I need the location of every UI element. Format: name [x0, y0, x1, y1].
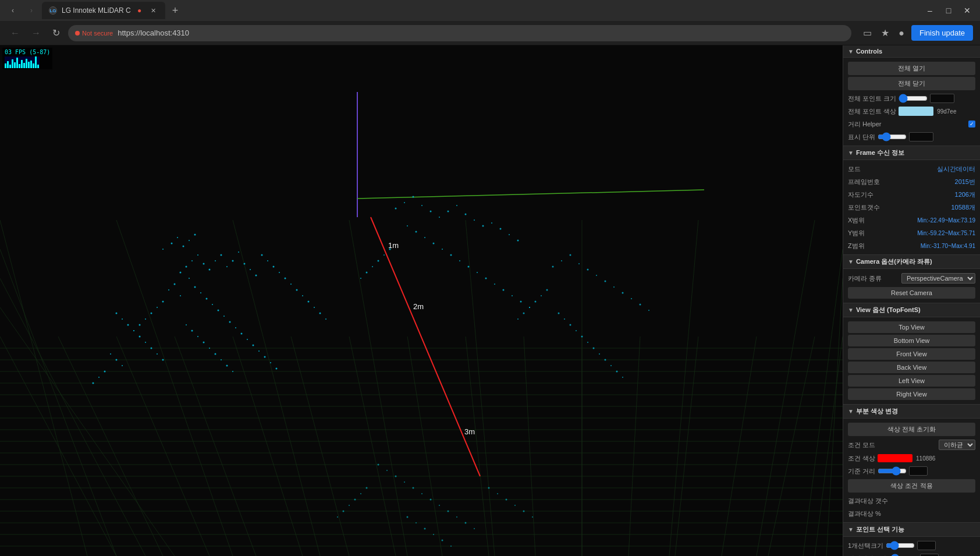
display-unit-slider[interactable]: [878, 132, 907, 141]
back-page-btn[interactable]: ‹: [5, 2, 21, 19]
forward-button[interactable]: →: [28, 26, 44, 41]
base-dist-slider[interactable]: [878, 466, 907, 476]
scan-count-value: 1206개: [955, 190, 975, 199]
security-indicator: Not secure: [75, 30, 113, 37]
svg-point-99: [279, 272, 280, 273]
cond-color-value: 110886: [916, 455, 935, 462]
svg-point-119: [122, 365, 123, 366]
point-size-slider[interactable]: [899, 94, 928, 103]
svg-line-34: [815, 337, 843, 556]
svg-point-142: [482, 225, 484, 227]
active-tab[interactable]: LG LG Innotek MLiDAR C ● ✕: [42, 2, 165, 19]
bookmark-icon[interactable]: ★: [879, 25, 892, 41]
close-button[interactable]: ✕: [959, 2, 975, 19]
svg-point-226: [523, 511, 525, 512]
address-bar-input[interactable]: Not secure https://localhost:4310: [68, 25, 851, 41]
color-change-section-header[interactable]: ▼ 부분 색상 변경: [843, 405, 980, 419]
profile-icon[interactable]: ●: [896, 26, 907, 41]
open-all-button[interactable]: 전체 열기: [848, 62, 975, 75]
svg-point-135: [421, 205, 422, 206]
frame-info-section-header[interactable]: ▼ Frame 수신 정보: [843, 146, 980, 160]
tab-bar: ‹ › LG LG Innotek MLiDAR C ● ✕ + – □ ✕: [0, 0, 980, 21]
svg-point-172: [587, 269, 589, 271]
left-view-button[interactable]: Left View: [848, 375, 975, 387]
svg-point-193: [599, 353, 600, 355]
svg-point-154: [468, 266, 470, 268]
svg-point-91: [171, 243, 173, 245]
svg-line-26: [407, 337, 442, 556]
right-view-button[interactable]: Right View: [848, 388, 975, 400]
svg-point-98: [273, 266, 275, 268]
single-select-input[interactable]: 2: [917, 541, 936, 550]
svg-point-53: [180, 272, 182, 274]
point-select-section-title: 포인트 선택 기능: [856, 525, 904, 534]
svg-point-100: [285, 278, 286, 279]
svg-point-205: [439, 505, 440, 506]
svg-point-151: [442, 249, 443, 250]
cond-color-preview[interactable]: [878, 454, 912, 462]
svg-line-28: [524, 337, 535, 556]
svg-line-25: [349, 337, 396, 556]
cond-mode-select[interactable]: 이하균: [939, 440, 975, 450]
display-unit-input[interactable]: 1: [909, 132, 933, 141]
browser-chrome: ‹ › LG LG Innotek MLiDAR C ● ✕ + – □ ✕ ←…: [0, 0, 980, 45]
svg-point-217: [360, 493, 361, 494]
controls-section-title: Controls: [856, 48, 882, 55]
checkbox-checkmark: ✓: [970, 121, 974, 127]
frame-num-row: 프레임번호 2015번: [843, 175, 980, 188]
screen-cast-icon[interactable]: ▭: [861, 25, 874, 41]
svg-point-125: [197, 336, 198, 337]
svg-point-212: [424, 528, 426, 530]
display-unit-label: 표시 단위: [848, 133, 875, 141]
svg-point-67: [174, 284, 176, 285]
finish-update-button[interactable]: Finish update: [911, 25, 973, 41]
view-section-header[interactable]: ▼ View 옵션 (TopFontS): [843, 303, 980, 317]
point-count-row: 포인트갯수 10588개: [843, 201, 980, 214]
svg-point-118: [116, 359, 118, 361]
base-dist-input[interactable]: 71: [909, 466, 928, 476]
top-view-button[interactable]: Top View: [848, 321, 975, 333]
new-tab-button[interactable]: +: [168, 5, 183, 17]
reset-camera-button[interactable]: Reset Camera: [848, 287, 975, 299]
svg-point-128: [215, 353, 216, 355]
reset-color-button[interactable]: 색상 전체 초기화: [848, 423, 975, 436]
svg-line-32: [722, 337, 757, 556]
svg-point-192: [593, 348, 595, 349]
point-select-section-header[interactable]: ▼ 포인트 선택 기능: [843, 523, 980, 537]
result-color-pct-label: 결과대상 %: [848, 509, 881, 518]
svg-point-214: [442, 540, 443, 541]
svg-point-61: [232, 260, 234, 262]
svg-point-79: [218, 310, 219, 311]
bottom-view-button[interactable]: Bottom View: [848, 335, 975, 346]
svg-point-166: [366, 272, 368, 274]
minimize-button[interactable]: –: [922, 2, 938, 19]
point-color-preview[interactable]: [899, 107, 933, 116]
apply-cond-button[interactable]: 색상 조건 적용: [848, 479, 975, 493]
svg-line-36: [0, 278, 145, 556]
camera-section-header[interactable]: ▼ Camera 옵션(카메라 좌류): [843, 255, 980, 269]
back-button[interactable]: ←: [7, 26, 23, 41]
close-all-button[interactable]: 전체 닫기: [848, 77, 975, 90]
svg-point-55: [203, 263, 205, 265]
area-select-input[interactable]: 1: [920, 554, 939, 556]
front-view-button[interactable]: Front View: [848, 348, 975, 360]
distance-helper-checkbox[interactable]: ✓: [968, 121, 975, 128]
3d-viewport[interactable]: 03 FPS (5-87): [0, 45, 843, 556]
maximize-button[interactable]: □: [940, 2, 957, 19]
controls-section-header[interactable]: ▼ Controls: [843, 45, 980, 58]
back-view-button[interactable]: Back View: [848, 362, 975, 373]
area-select-slider[interactable]: [889, 554, 918, 556]
tab-close-button[interactable]: ✕: [148, 6, 158, 16]
cond-mode-row: 조건 모드 이하균: [843, 438, 980, 452]
forward-page-btn[interactable]: ›: [23, 2, 40, 19]
svg-line-21: [116, 337, 210, 556]
single-select-slider[interactable]: [886, 541, 915, 550]
camera-type-select[interactable]: PerspectiveCamera: [901, 273, 975, 284]
single-select-row: 1개선택크기 2: [843, 539, 980, 552]
svg-point-66: [168, 289, 169, 291]
svg-point-101: [290, 284, 292, 285]
tab-title: LG Innotek MLiDAR C: [62, 6, 131, 15]
point-size-input[interactable]: 0.005: [930, 94, 954, 103]
svg-point-170: [570, 254, 571, 256]
refresh-button[interactable]: ↻: [49, 25, 63, 41]
